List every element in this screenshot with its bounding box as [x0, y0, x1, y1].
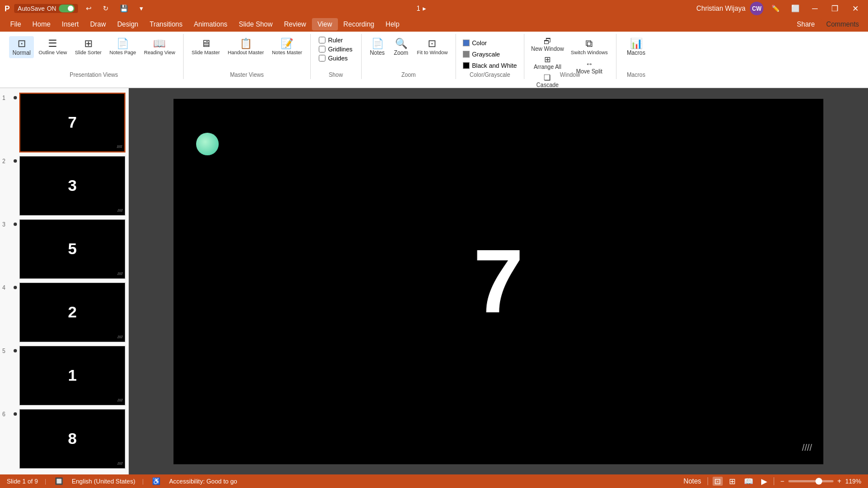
macros-icon: 📊 — [630, 38, 643, 49]
color-button[interactable]: Color — [461, 38, 519, 47]
ribbon-group-macros: 📊 Macros Macros — [617, 34, 656, 79]
new-window-button[interactable]: 🗗 New Window — [529, 36, 566, 53]
pen-button[interactable]: ✏️ — [768, 3, 783, 14]
slide-thumb-4[interactable]: 2 //// — [19, 282, 125, 342]
switch-windows-button[interactable]: ⧉ Switch Windows — [567, 36, 611, 58]
outline-view-button[interactable]: ☰ Outline View — [35, 36, 70, 58]
share-button[interactable]: Share — [790, 18, 822, 30]
customize-button[interactable]: ▾ — [136, 3, 146, 14]
grayscale-label: Grayscale — [472, 51, 500, 58]
notes-status-button[interactable]: Notes — [682, 477, 702, 485]
fit-window-button[interactable]: ⊡ Fit to Window — [414, 36, 452, 58]
notes-page-icon: 📄 — [116, 38, 129, 49]
language-info: English (United States) — [72, 478, 136, 485]
status-icon-button[interactable]: 🔲 — [53, 477, 65, 485]
accessibility-icon-button[interactable]: ♿ — [150, 477, 162, 485]
handout-master-button[interactable]: 📋 Handout Master — [224, 36, 267, 58]
autosave-toggle[interactable] — [59, 5, 75, 12]
undo-button[interactable]: ↩ — [83, 3, 95, 14]
reading-view-button[interactable]: 📖 Reading View — [141, 36, 179, 58]
ruler-label: Ruler — [328, 37, 342, 43]
slide-number-4: 4 — [2, 282, 11, 291]
slide-thumb-3[interactable]: 5 //// — [19, 219, 125, 279]
normal-view-button[interactable]: ⊡ Normal — [9, 36, 34, 58]
slide-thumb-5[interactable]: 1 //// — [19, 346, 125, 406]
arrange-all-icon: ⊞ — [544, 55, 551, 63]
save-button[interactable]: 💾 — [116, 3, 132, 14]
notes-master-button[interactable]: 📝 Notes Master — [268, 36, 306, 58]
slide-item-2[interactable]: 2 3 //// — [2, 156, 126, 216]
slide-item-3[interactable]: 3 5 //// — [2, 219, 126, 279]
show-label: Show — [311, 72, 361, 78]
menu-review[interactable]: Review — [278, 18, 311, 30]
ribbon-toggle-button[interactable]: ⬜ — [788, 3, 803, 14]
zoom-slider-thumb — [815, 478, 822, 485]
zoom-in-button[interactable]: + — [836, 477, 843, 485]
menu-view[interactable]: View — [312, 18, 338, 30]
menu-animations[interactable]: Animations — [188, 18, 233, 30]
autosave-on-label: ON — [47, 5, 57, 12]
comments-button[interactable]: Comments — [826, 20, 859, 28]
ribbon-group-zoom: 📄 Notes 🔍 Zoom ⊡ Fit to Window Zoom — [362, 34, 457, 79]
slide-sorter-button[interactable]: ⊞ Slide Sorter — [72, 36, 105, 58]
reading-view-status-button[interactable]: 📖 — [742, 477, 755, 486]
slide-sorter-icon: ⊞ — [84, 38, 93, 49]
slide-sorter-status-button[interactable]: ⊞ — [727, 477, 737, 486]
close-button[interactable]: ✕ — [848, 3, 863, 14]
title-arrow: ▸ — [423, 5, 426, 12]
gridlines-checkbox[interactable]: Gridlines — [319, 45, 352, 53]
slide-master-icon: 🖥 — [201, 38, 211, 49]
menu-help[interactable]: Help — [380, 18, 405, 30]
slide-thumb-2[interactable]: 3 //// — [19, 156, 125, 216]
canvas-hash: //// — [802, 443, 812, 453]
menu-recording[interactable]: Recording — [338, 18, 380, 30]
redo-button[interactable]: ↻ — [99, 3, 112, 14]
slide-item-1[interactable]: 1 7 //// — [2, 93, 126, 152]
restore-button[interactable]: ❐ — [827, 3, 843, 14]
canvas-area[interactable]: 7 //// — [129, 88, 868, 474]
menu-transitions[interactable]: Transitions — [144, 18, 188, 30]
slide-canvas: 7 //// — [173, 99, 823, 464]
title-bar-left: P AutoSave ON ↩ ↻ 💾 ▾ — [5, 3, 146, 14]
zoom-out-button[interactable]: − — [779, 477, 786, 485]
status-bar-left: Slide 1 of 9 | 🔲 English (United States)… — [7, 477, 237, 485]
slide-master-button[interactable]: 🖥 Slide Master — [188, 36, 223, 58]
slideshow-status-button[interactable]: ▶ — [760, 477, 769, 486]
slide-item-5[interactable]: 5 1 //// — [2, 346, 126, 406]
menu-insert[interactable]: Insert — [56, 18, 84, 30]
user-avatar: CW — [750, 2, 763, 15]
gridlines-check[interactable] — [319, 46, 326, 53]
normal-view-status-button[interactable]: ⊡ — [713, 477, 723, 486]
menu-bar: File Home Insert Draw Design Transitions… — [0, 17, 868, 32]
black-white-button[interactable]: Black and White — [461, 61, 519, 70]
arrange-all-button[interactable]: ⊞ Arrange All — [529, 54, 566, 71]
ruler-check[interactable] — [319, 37, 326, 43]
menu-file[interactable]: File — [5, 18, 27, 30]
menu-design[interactable]: Design — [111, 18, 144, 30]
color-swatch — [463, 40, 470, 46]
slide-thumb-1[interactable]: 7 //// — [19, 93, 125, 152]
zoom-slider[interactable] — [788, 480, 834, 482]
autosave-label: AutoSave — [18, 5, 45, 12]
guides-label: Guides — [328, 55, 348, 62]
macros-label: Macros — [617, 72, 656, 78]
slide-item-6[interactable]: 6 8 //// — [2, 409, 126, 469]
minimize-button[interactable]: ─ — [808, 3, 822, 14]
menu-draw[interactable]: Draw — [84, 18, 111, 30]
zoom-level: 119% — [845, 478, 861, 485]
status-separator-2: | — [142, 478, 144, 485]
slide-item-4[interactable]: 4 2 //// — [2, 282, 126, 342]
status-separator-1: | — [45, 478, 46, 485]
menu-home[interactable]: Home — [27, 18, 56, 30]
macros-button[interactable]: 📊 Macros — [623, 36, 649, 58]
notes-page-button[interactable]: 📄 Notes Page — [106, 36, 140, 58]
grayscale-button[interactable]: Grayscale — [461, 50, 519, 59]
menu-slideshow[interactable]: Slide Show — [233, 18, 278, 30]
guides-check[interactable] — [319, 55, 326, 62]
notes-button[interactable]: 📄 Notes — [366, 36, 389, 58]
slide-thumb-6[interactable]: 8 //// — [19, 409, 125, 469]
slide-master-label: Slide Master — [192, 50, 220, 55]
zoom-button[interactable]: 🔍 Zoom — [390, 36, 413, 58]
guides-checkbox[interactable]: Guides — [319, 54, 352, 62]
ruler-checkbox[interactable]: Ruler — [319, 36, 352, 44]
